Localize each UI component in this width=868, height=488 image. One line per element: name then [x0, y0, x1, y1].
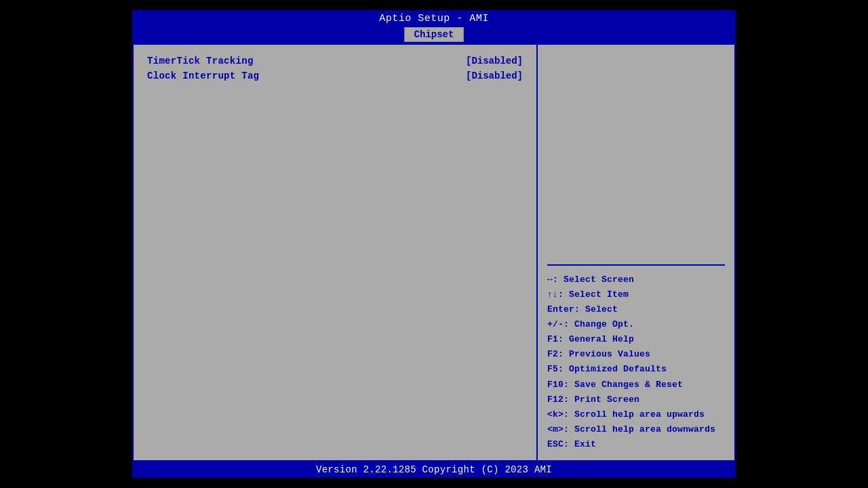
- shortcuts-list: ↔: Select Screen↑↓: Select ItemEnter: Se…: [547, 272, 725, 452]
- main-content: TimerTick Tracking [Disabled] Clock Inte…: [132, 43, 736, 462]
- setting-name-timertick: TimerTick Tracking: [147, 56, 254, 66]
- tab-chipset[interactable]: Chipset: [404, 27, 465, 42]
- title-bar: Aptio Setup - AMI: [132, 10, 736, 27]
- footer: Version 2.22.1285 Copyright (C) 2023 AMI: [132, 462, 736, 478]
- footer-text: Version 2.22.1285 Copyright (C) 2023 AMI: [316, 464, 552, 475]
- shortcut-item: F10: Save Changes & Reset: [547, 378, 725, 392]
- shortcut-item: F5: Optimized Defaults: [547, 362, 725, 377]
- app-title: Aptio Setup - AMI: [379, 13, 489, 24]
- shortcut-item: <m>: Scroll help area downwards: [547, 422, 725, 437]
- left-panel: TimerTick Tracking [Disabled] Clock Inte…: [134, 45, 538, 460]
- shortcut-item: Enter: Select: [547, 302, 725, 317]
- setting-value-clock: [Disabled]: [466, 70, 523, 81]
- shortcut-item: F2: Previous Values: [547, 347, 725, 362]
- shortcut-item: ↑↓: Select Item: [547, 287, 725, 302]
- shortcut-item: F1: General Help: [547, 332, 725, 347]
- shortcut-item: F12: Print Screen: [547, 392, 725, 407]
- bios-setup-window: Aptio Setup - AMI Chipset TimerTick Trac…: [132, 10, 736, 478]
- shortcut-item: +/-: Change Opt.: [547, 317, 725, 332]
- setting-row-timertick[interactable]: TimerTick Tracking [Disabled]: [147, 56, 523, 66]
- tab-bar: Chipset: [132, 27, 736, 43]
- setting-row-clock[interactable]: Clock Interrupt Tag [Disabled]: [147, 70, 523, 81]
- shortcut-item: ESC: Exit: [547, 437, 725, 452]
- shortcut-item: ↔: Select Screen: [547, 272, 725, 287]
- setting-value-timertick: [Disabled]: [466, 56, 523, 66]
- shortcut-item: <k>: Scroll help area upwards: [547, 407, 725, 422]
- right-panel: ↔: Select Screen↑↓: Select ItemEnter: Se…: [538, 45, 734, 460]
- help-area: [547, 53, 725, 266]
- setting-name-clock: Clock Interrupt Tag: [147, 70, 259, 81]
